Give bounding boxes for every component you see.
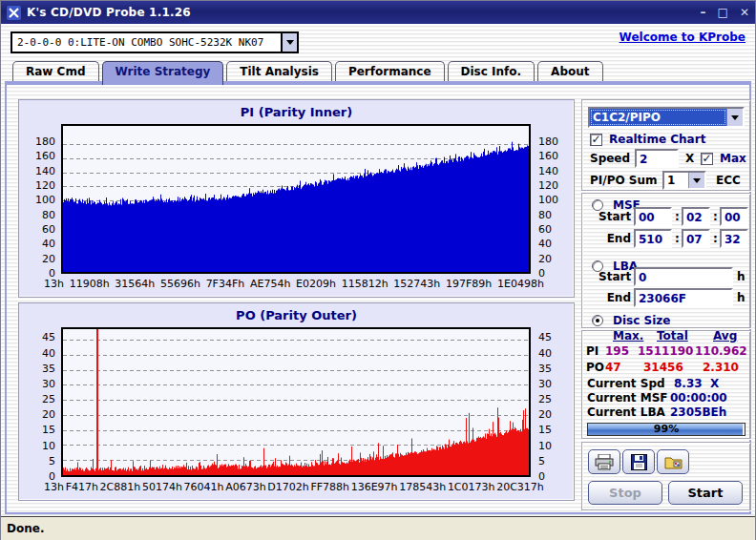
y-tick-label: 180: [538, 135, 558, 149]
current-spd-value: 8.33: [674, 377, 703, 390]
drive-select-arrow[interactable]: [281, 33, 297, 52]
y-tick-label: 40: [538, 347, 552, 361]
disc-size-radio[interactable]: [592, 315, 603, 326]
maximize-button[interactable]: □: [718, 6, 728, 19]
chevron-down-icon: [731, 115, 739, 120]
y-tick-label: 120: [538, 179, 558, 193]
y-tick-label: 10: [42, 440, 55, 453]
y-tick-label: 45: [42, 331, 55, 344]
lba-start-input[interactable]: 0: [634, 267, 733, 286]
disc-size-label: Disc Size: [613, 314, 670, 327]
tab-tilt-analysis[interactable]: Tilt Analysis: [226, 61, 332, 81]
drive-select[interactable]: 2-0-0-0 0:LITE-ON COMBO SOHC-5232K NK07: [10, 31, 299, 53]
minimize-button[interactable]: –: [701, 6, 706, 19]
y-tick-label: 40: [42, 347, 55, 361]
y-tick-label: 30: [42, 378, 55, 391]
y-tick-label: 45: [538, 331, 552, 344]
msf-start-sec-input[interactable]: 02: [682, 207, 710, 226]
pi-avg-value: 110.962: [695, 344, 747, 358]
close-button[interactable]: ✕: [740, 6, 749, 19]
current-lba-value: 2305BEh: [670, 405, 726, 419]
po-parity-outer-canvas: [63, 329, 529, 475]
colon-separator: :: [675, 232, 680, 245]
y-tick-label: 80: [538, 209, 552, 222]
x-tick-label: 13h: [44, 481, 64, 493]
current-spd-unit: X: [710, 377, 719, 390]
x-tick-label: 55696h: [160, 278, 200, 290]
current-lba-label: Current LBA: [587, 405, 665, 419]
stats-group: Max. Total Avg PI 195 1511190 110.962 PO…: [581, 330, 751, 439]
y-tick-label: 25: [538, 393, 552, 406]
y-tick-label: 20: [538, 253, 552, 266]
pi-max-value: 195: [605, 344, 629, 358]
status-bar: Done.: [1, 516, 755, 540]
start-button[interactable]: Start: [668, 481, 743, 505]
y-tick-label: 15: [42, 424, 55, 437]
window-title: K's CD/DVD Probe 1.1.26: [27, 6, 191, 19]
po-row-label: PO: [586, 361, 604, 374]
po-y-axis-right: 051015202530354045: [535, 327, 573, 477]
pi-x-axis: 13h11908h31564h55696h7F34FhAE754hE0209h1…: [44, 278, 544, 290]
tab-about[interactable]: About: [537, 61, 602, 81]
speed-input[interactable]: 2: [635, 149, 679, 168]
pipo-sum-label: PI/PO Sum: [590, 174, 658, 187]
y-tick-label: 100: [35, 194, 55, 207]
window-controls: – □ ✕: [701, 6, 749, 19]
speed-label: Speed: [590, 152, 630, 165]
lba-end-input[interactable]: 23066F: [634, 288, 733, 307]
mode-select-arrow[interactable]: [726, 109, 743, 126]
mode-select[interactable]: C1C2/PIPO: [588, 107, 745, 128]
check-icon: ✓: [702, 154, 711, 163]
actions-group: Stop Start: [581, 442, 751, 510]
x-tick-label: 7F34Fh: [206, 278, 245, 290]
realtime-chart-label: Realtime Chart: [609, 133, 705, 146]
x-tick-label: AE754h: [250, 278, 290, 290]
y-tick-label: 35: [42, 363, 55, 376]
msf-end-frame-input[interactable]: 32: [720, 229, 748, 248]
y-tick-label: 140: [35, 165, 55, 178]
y-tick-label: 60: [42, 223, 55, 237]
current-msf-label: Current MSF: [587, 391, 668, 405]
max-speed-checkbox[interactable]: ✓: [701, 153, 713, 165]
welcome-link[interactable]: Welcome to KProbe: [620, 31, 746, 44]
tab-disc-info[interactable]: Disc Info.: [448, 61, 536, 81]
pi-y-axis-left: 020406080100120140160180: [21, 124, 59, 274]
x-tick-label: 1E0498h: [497, 278, 544, 290]
msf-start-frame-input[interactable]: 00: [720, 207, 748, 226]
title-bar: K's CD/DVD Probe 1.1.26 – □ ✕: [1, 1, 755, 24]
pi-chart-title: PI (Parity Inner): [19, 105, 574, 119]
scan-options-group: C1C2/PIPO ✓ Realtime Chart Speed 2 X ✓ M…: [581, 99, 751, 191]
y-tick-label: 15: [538, 424, 552, 437]
x-tick-label: F417h: [66, 481, 98, 493]
tab-raw-cmd[interactable]: Raw Cmd: [12, 61, 99, 81]
pipo-sum-arrow[interactable]: [688, 173, 704, 188]
x-tick-label: 178543h: [399, 481, 446, 493]
msf-end-sec-input[interactable]: 07: [682, 229, 710, 248]
pipo-sum-select[interactable]: 1: [662, 171, 706, 190]
save-image-button[interactable]: [657, 449, 689, 474]
drive-select-value: 2-0-0-0 0:LITE-ON COMBO SOHC-5232K NK07: [12, 36, 281, 49]
po-chart-panel: PO (Parity Outer) 051015202530354045 051…: [18, 302, 575, 501]
stop-button[interactable]: Stop: [588, 481, 662, 505]
msf-end-label: End: [598, 232, 631, 245]
print-button[interactable]: [588, 449, 620, 474]
y-tick-label: 100: [538, 194, 558, 207]
y-tick-label: 60: [538, 223, 552, 237]
save-button[interactable]: [622, 449, 655, 474]
realtime-chart-checkbox[interactable]: ✓: [590, 134, 602, 146]
x-tick-label: 152743h: [393, 278, 440, 290]
x-tick-label: 76041h: [184, 481, 224, 493]
range-group: MSF Start 00 : 02 : 00 End 510 : 07 : 32…: [581, 193, 751, 328]
pi-chart-panel: PI (Parity Inner) 0204060801001201401601…: [18, 99, 575, 298]
floppy-disk-icon: [631, 454, 647, 470]
y-tick-label: 30: [538, 378, 552, 391]
y-tick-label: 20: [42, 408, 55, 422]
app-window: K's CD/DVD Probe 1.1.26 – □ ✕ 2-0-0-0 0:…: [0, 0, 756, 540]
y-tick-label: 20: [42, 253, 55, 266]
msf-start-min-input[interactable]: 00: [634, 207, 672, 226]
tab-performance[interactable]: Performance: [335, 61, 445, 81]
msf-end-min-input[interactable]: 510: [634, 229, 672, 248]
x-tick-label: 2C881h: [100, 481, 141, 493]
tab-write-strategy[interactable]: Write Strategy: [102, 61, 224, 85]
colon-separator: :: [713, 232, 718, 245]
